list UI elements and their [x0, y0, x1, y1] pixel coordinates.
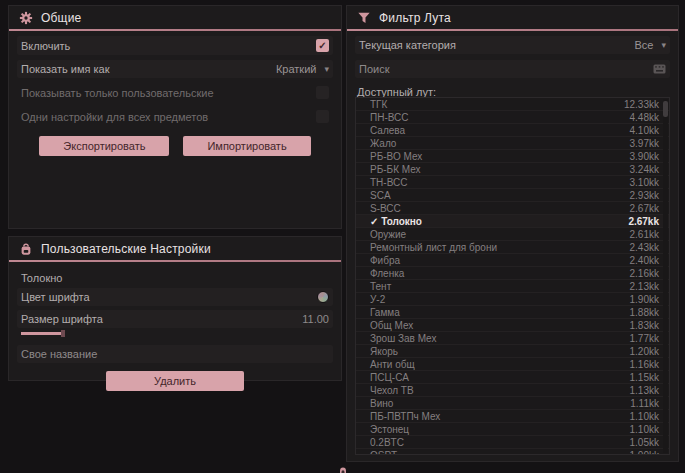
loot-item-name: Оружие	[370, 229, 406, 240]
divider	[9, 260, 341, 262]
loot-item-name: ПБ-ПВТПч Мех	[370, 411, 440, 422]
loot-item-value: 1.13kk	[630, 385, 659, 396]
category-label: Текущая категория	[359, 39, 456, 51]
setting-row-name-mode: Показать имя как Краткий ▾	[17, 60, 333, 78]
setting-row-same-settings: Одни настройки для всех предметов	[17, 107, 333, 126]
loot-item-row[interactable]: Оружие2.61kk	[356, 228, 669, 241]
import-export-row: Экспортировать Импортировать	[9, 136, 341, 156]
loot-item-row[interactable]: Жало3.97kk	[356, 137, 669, 150]
search-placeholder: Поиск	[359, 63, 389, 75]
loot-item-name: SCA	[370, 190, 391, 201]
font-color-row: Цвет шрифта	[17, 288, 333, 306]
loot-item-name: OSPT	[370, 450, 397, 456]
only-custom-checkbox[interactable]	[316, 86, 329, 99]
loot-item-row[interactable]: Якорь1.20kk	[356, 345, 669, 358]
loot-item-value: 1.20kk	[630, 346, 659, 357]
loot-item-name: Жало	[370, 138, 396, 149]
loot-item-row[interactable]: Фленка2.16kk	[356, 267, 669, 280]
loot-item-row[interactable]: ПБ-ПВТПч Мех1.10kk	[356, 410, 669, 423]
loot-item-name: Фибра	[370, 255, 400, 266]
loot-item-value: 1.90kk	[630, 294, 659, 305]
drag-handle-icon[interactable]	[336, 461, 350, 473]
same-settings-checkbox[interactable]	[316, 110, 329, 123]
loot-item-row[interactable]: SCA2.93kk	[356, 189, 669, 202]
loot-item-row[interactable]: ПСЦ-СА1.15kk	[356, 371, 669, 384]
loot-item-row[interactable]: РБ-БК Мех3.24kk	[356, 163, 669, 176]
scrollbar-handle[interactable]	[663, 101, 668, 117]
loot-item-value: 1.15kk	[630, 372, 659, 383]
custom-settings-panel: Пользовательские Настройки Толокно Цвет …	[8, 236, 342, 381]
loot-item-row[interactable]: Ремонтный лист для брони2.43kk	[356, 241, 669, 254]
font-size-row[interactable]: Размер шрифта 11.00	[17, 310, 333, 328]
loot-filter-panel: Фильтр Лута Текущая категория Все ▾ Поис…	[346, 5, 679, 462]
loot-item-row[interactable]: 0.2BTC1.05kk	[356, 436, 669, 449]
search-input[interactable]: Поиск	[355, 60, 670, 78]
loot-item-row[interactable]: ✓ Толокно2.67kk	[356, 215, 669, 228]
loot-item-name: Ремонтный лист для брони	[370, 242, 497, 253]
loot-item-row[interactable]: Салева4.10kk	[356, 124, 669, 137]
loot-item-name: ПН-ВСС	[370, 112, 409, 123]
chevron-down-icon: ▾	[661, 40, 666, 50]
loot-item-row[interactable]: Фибра2.40kk	[356, 254, 669, 267]
loot-item-row[interactable]: Общ Мех1.83kk	[356, 319, 669, 332]
enable-checkbox[interactable]	[316, 39, 329, 52]
delete-button[interactable]: Удалить	[106, 371, 244, 391]
loot-item-row[interactable]: ПН-ВСС4.48kk	[356, 111, 669, 124]
loot-item-row[interactable]: ТН-ВСС3.10kk	[356, 176, 669, 189]
custom-panel-header: Пользовательские Настройки	[9, 237, 341, 260]
custom-name-placeholder: Свое название	[21, 348, 97, 360]
custom-name-input[interactable]: Свое название	[17, 345, 333, 363]
loot-item-name: Гамма	[370, 307, 400, 318]
loot-item-name: Вино	[370, 398, 393, 409]
name-mode-value: Краткий	[276, 63, 317, 75]
general-panel: Общие Включить Показать имя как Краткий …	[8, 5, 342, 229]
chevron-down-icon: ▾	[324, 64, 329, 74]
loot-item-value: 2.61kk	[630, 229, 659, 240]
loot-item-row[interactable]: OSPT1.00kk	[356, 449, 669, 455]
custom-panel-title: Пользовательские Настройки	[41, 242, 211, 256]
loot-item-name: ПСЦ-СА	[370, 372, 409, 383]
loot-item-row[interactable]: Вино1.11kk	[356, 397, 669, 410]
category-value: Все	[635, 39, 654, 51]
loot-item-row[interactable]: У-21.90kk	[356, 293, 669, 306]
loot-item-row[interactable]: Анти общ1.16kk	[356, 358, 669, 371]
keyboard-icon[interactable]	[653, 64, 666, 74]
loot-item-row[interactable]: РБ-ВО Мех3.90kk	[356, 150, 669, 163]
loot-item-row[interactable]: Тент2.13kk	[356, 280, 669, 293]
loot-item-name: РБ-ВО Мех	[370, 151, 422, 162]
slider-fill	[21, 332, 63, 335]
loot-item-name: Салева	[370, 125, 405, 136]
font-size-slider[interactable]	[21, 330, 329, 338]
loot-item-value: 1.10kk	[630, 411, 659, 422]
setting-row-enable: Включить	[17, 36, 333, 55]
loot-item-row[interactable]: Гамма1.88kk	[356, 306, 669, 319]
name-mode-dropdown[interactable]: Краткий ▾	[276, 63, 329, 75]
loot-item-row[interactable]: ТГК12.33kk	[356, 98, 669, 111]
font-size-value: 11.00	[302, 313, 329, 325]
loot-item-value: 4.10kk	[630, 125, 659, 136]
color-wheel-icon[interactable]	[317, 291, 329, 303]
export-button[interactable]: Экспортировать	[39, 136, 169, 156]
loot-item-name: Эстонец	[370, 424, 409, 435]
loot-item-row[interactable]: S-ВСС2.67kk	[356, 202, 669, 215]
loot-list-scrollbar[interactable]	[663, 99, 668, 453]
delete-row: Удалить	[9, 371, 341, 391]
category-dropdown[interactable]: Все ▾	[635, 39, 667, 51]
loot-item-value: 3.10kk	[630, 177, 659, 188]
name-mode-label: Показать имя как	[21, 63, 110, 75]
loot-item-row[interactable]: Чехол ТВ1.13kk	[356, 384, 669, 397]
loot-item-value: 1.77kk	[630, 333, 659, 344]
loot-item-name: ТН-ВСС	[370, 177, 407, 188]
loot-item-row[interactable]: Эстонец1.10kk	[356, 423, 669, 436]
slider-handle[interactable]	[61, 330, 65, 337]
import-button[interactable]: Импортировать	[183, 136, 310, 156]
font-size-label: Размер шрифта	[21, 313, 103, 325]
loot-item-value: 12.33kk	[624, 99, 659, 110]
loot-item-name: РБ-БК Мех	[370, 164, 421, 175]
selected-item-name: Толокно	[21, 272, 333, 284]
loot-item-name: Тент	[370, 281, 391, 292]
gear-icon	[19, 11, 33, 25]
loot-item-value: 2.67kk	[630, 203, 659, 214]
loot-item-row[interactable]: Зрош Зав Мех1.77kk	[356, 332, 669, 345]
font-color-label: Цвет шрифта	[21, 291, 90, 303]
